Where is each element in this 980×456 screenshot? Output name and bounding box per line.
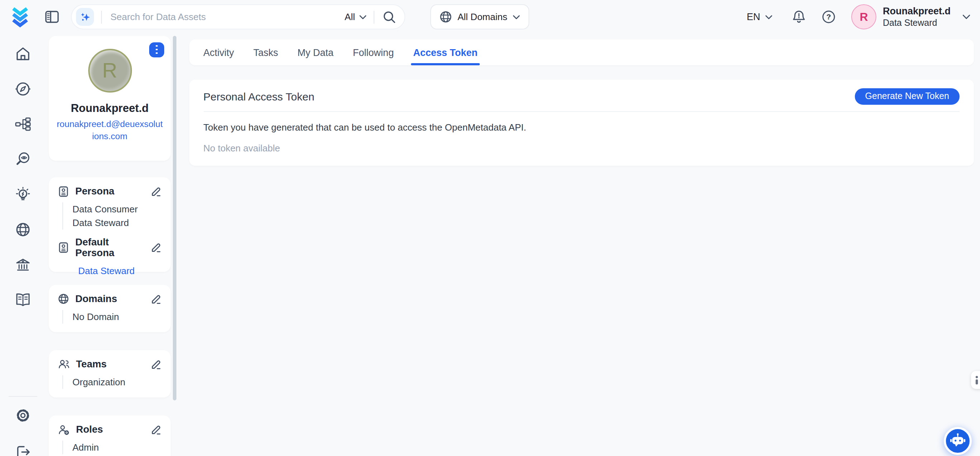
profile-card: R Rounakpreet.d rounakpreet.d@deuexsolut… [49, 35, 171, 160]
help-icon: ? [822, 10, 835, 24]
help-button[interactable]: ? [822, 10, 835, 24]
profile-tabs: Activity Tasks My Data Following Access … [189, 40, 974, 65]
search-divider [101, 10, 102, 23]
search-divider [374, 10, 374, 23]
edit-pencil-icon [151, 185, 161, 197]
edit-pencil-icon [151, 359, 161, 370]
tab-my-data[interactable]: My Data [298, 40, 334, 65]
edit-roles-button[interactable] [151, 424, 161, 435]
edit-pencil-icon [151, 293, 161, 305]
search-scope-label: All [345, 11, 355, 22]
search-scope-select[interactable]: All [345, 11, 366, 22]
search-icon [383, 10, 396, 23]
nav-observability[interactable] [13, 150, 32, 169]
svg-text:?: ? [827, 13, 831, 21]
language-label: EN [746, 11, 760, 22]
nav-domains[interactable] [13, 220, 32, 239]
edit-pencil-icon [151, 424, 161, 435]
token-card-divider [203, 111, 959, 112]
global-search-bar: All [71, 4, 405, 29]
teams-title: Teams [76, 359, 144, 370]
profile-avatar-initial: R [102, 59, 117, 82]
search-input[interactable] [109, 11, 345, 23]
explore-icon [14, 80, 31, 97]
edit-default-persona-button[interactable] [151, 242, 161, 253]
widget-handle-icon [975, 374, 980, 385]
tab-following[interactable]: Following [353, 40, 394, 65]
panel-left-icon [45, 11, 59, 23]
edit-teams-button[interactable] [151, 359, 161, 370]
main-content: Activity Tasks My Data Following Access … [189, 40, 974, 166]
search-submit-button[interactable] [382, 10, 397, 23]
edit-domains-button[interactable] [151, 293, 161, 305]
profile-panel-scrollbar[interactable] [172, 35, 177, 400]
generate-new-token-button[interactable]: Generate New Token [855, 88, 959, 105]
persona-title: Persona [75, 186, 144, 197]
nav-settings[interactable] [13, 406, 32, 424]
nav-lineage[interactable] [13, 115, 32, 134]
nav-insights[interactable] [13, 185, 32, 204]
edit-persona-button[interactable] [151, 185, 161, 197]
roles-title: Roles [76, 424, 144, 435]
profile-email-link[interactable]: rounakpreet.d@deuexsolutions.com [56, 118, 164, 143]
chevron-down-icon [513, 15, 520, 19]
language-select[interactable]: EN [746, 11, 772, 22]
ai-sparkle-icon[interactable] [76, 8, 94, 26]
user-menu[interactable]: R Rounakpreet.d Data Steward [851, 4, 973, 29]
sidebar-toggle-button[interactable] [45, 11, 59, 23]
top-bar: All All Domains [0, 0, 980, 34]
settings-gear-icon [14, 407, 31, 424]
persona-item: Data Steward [72, 215, 161, 229]
nav-govern[interactable] [13, 255, 32, 274]
domains-globe-icon [14, 221, 31, 238]
logout-icon [14, 443, 31, 456]
rail-divider [8, 396, 37, 397]
tab-activity[interactable]: Activity [203, 40, 234, 65]
personal-access-token-card: Personal Access Token Generate New Token… [189, 80, 974, 166]
domains-item: No Domain [72, 309, 161, 323]
bell-icon [792, 10, 806, 24]
globe-icon [440, 11, 452, 23]
profile-name: Rounakpreet.d [49, 102, 171, 115]
insights-icon [14, 186, 31, 203]
all-domains-label: All Domains [458, 11, 508, 22]
side-help-widget-tab[interactable] [971, 371, 980, 389]
observability-icon [14, 151, 31, 168]
robot-icon [950, 433, 966, 449]
profile-options-button[interactable] [149, 42, 164, 57]
teams-icon [58, 359, 70, 370]
openmetadata-app: All All Domains [0, 0, 980, 456]
teams-card: Teams Organization [49, 350, 171, 397]
domains-card: Domains No Domain [49, 284, 171, 332]
all-domains-filter[interactable]: All Domains [430, 4, 530, 29]
active-tab-underline [411, 63, 480, 65]
nav-logout[interactable] [13, 442, 32, 456]
left-nav-rail [0, 34, 45, 456]
roles-card: Roles Admin [49, 415, 171, 456]
token-description: Token you have generated that can be use… [203, 122, 959, 133]
persona-item: Data Consumer [72, 202, 161, 215]
user-profile-panel: R Rounakpreet.d rounakpreet.d@deuexsolut… [49, 35, 171, 456]
default-persona-value-link[interactable]: Data Steward [78, 265, 161, 276]
roles-item: Admin [72, 440, 161, 454]
edit-pencil-icon [151, 242, 161, 253]
nav-glossary[interactable] [13, 290, 32, 309]
nav-explore[interactable] [13, 80, 32, 98]
nav-home[interactable] [13, 45, 32, 63]
user-name: Rounakpreet.d [883, 5, 951, 17]
user-avatar: R [851, 4, 877, 29]
glossary-book-icon [14, 291, 31, 309]
chatbot-button[interactable] [944, 427, 972, 455]
lineage-icon [14, 116, 31, 133]
chevron-down-icon [359, 15, 366, 19]
chevron-down-icon [962, 14, 970, 19]
tab-access-token[interactable]: Access Token [413, 40, 477, 65]
persona-badge-icon [58, 242, 69, 253]
default-persona-title: Default Persona [75, 237, 144, 258]
notifications-button[interactable] [792, 10, 806, 24]
chevron-down-icon [765, 15, 772, 19]
openmetadata-logo-icon[interactable] [10, 6, 30, 28]
tab-tasks[interactable]: Tasks [253, 40, 278, 65]
home-icon [14, 45, 31, 62]
domains-title: Domains [75, 293, 144, 304]
